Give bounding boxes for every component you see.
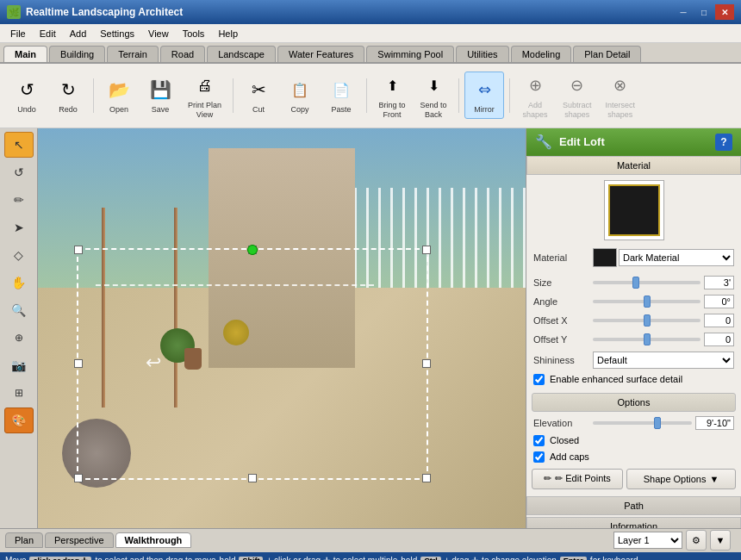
material-tab[interactable]: Material (526, 156, 741, 175)
menu-help[interactable]: Help (211, 27, 245, 40)
intersect-shapes-label: Intersect shapes (606, 101, 636, 120)
undo-tool[interactable]: ↺ (4, 159, 34, 185)
tab-plan-detail[interactable]: Plan Detail (573, 46, 641, 62)
subtract-shapes-button[interactable]: ⊖ Subtract shapes (557, 67, 598, 124)
tab-terrain[interactable]: Terrain (107, 46, 159, 62)
offset-y-row: Offset Y (526, 330, 741, 349)
closed-checkbox[interactable] (533, 435, 545, 446)
offset-x-value[interactable] (704, 314, 734, 327)
angle-value[interactable] (704, 295, 734, 308)
right-panel: 🔧 Edit Loft ? Material Material Dark Mat… (526, 128, 741, 528)
offset-y-value[interactable] (704, 333, 734, 346)
mirror-button[interactable]: ⇔ Mirror (464, 72, 504, 119)
panel-header: 🔧 Edit Loft ? (526, 128, 741, 156)
send-back-button[interactable]: ⬇ Send to Back (414, 67, 453, 124)
tab-main[interactable]: Main (3, 46, 47, 62)
elevation-value[interactable] (695, 416, 734, 430)
offset-x-thumb[interactable] (644, 314, 651, 327)
redo-button[interactable]: ↻ Redo (48, 72, 88, 119)
left-sidebar: ↖ ↺ ✏ ➤ ◇ ✋ 🔍 ⊕ 📷 ⊞ 🎨 (0, 128, 38, 528)
undo-icon: ↺ (13, 76, 40, 103)
print-icon: 🖨 (191, 72, 219, 99)
view-tab-perspective[interactable]: Perspective (45, 532, 113, 548)
send-back-icon: ⬇ (420, 72, 447, 99)
tab-swimming-pool[interactable]: Swimming Pool (366, 46, 454, 62)
layer-options-button[interactable]: ⚙ (686, 530, 707, 551)
offset-y-thumb[interactable] (644, 333, 651, 345)
zoom-tool[interactable]: 🔍 (4, 297, 34, 323)
menu-tools[interactable]: Tools (176, 27, 212, 40)
angle-thumb[interactable] (644, 296, 651, 308)
canvas-area[interactable]: ↩ (38, 128, 526, 528)
tab-building[interactable]: Building (49, 46, 105, 62)
hand-tool[interactable]: ✋ (4, 270, 34, 296)
bring-front-button[interactable]: ⬆ Bring to Front (372, 67, 412, 124)
grid-tool[interactable]: ⊞ (4, 380, 34, 406)
menu-edit[interactable]: Edit (33, 27, 63, 40)
enhance-label: Enable enhanced surface detail (550, 374, 682, 384)
patio-table (62, 419, 131, 488)
menu-add[interactable]: Add (63, 27, 94, 40)
subtract-shapes-icon: ⊖ (564, 72, 591, 99)
menu-settings[interactable]: Settings (93, 27, 141, 40)
edit-points-button[interactable]: ✏ ✏ Edit Points (532, 469, 623, 489)
size-value[interactable] (704, 276, 734, 289)
tab-landscape[interactable]: Landscape (207, 46, 276, 62)
status-action: Move (5, 556, 26, 560)
measure-tool[interactable]: ⊕ (4, 325, 34, 351)
select-tool[interactable]: ↖ (4, 132, 34, 158)
shift-key: Shift (239, 557, 263, 560)
shape-tool[interactable]: ◇ (4, 242, 34, 268)
view-tab-plan[interactable]: Plan (5, 532, 43, 548)
enhance-checkbox[interactable] (533, 374, 545, 385)
elevation-label: Elevation (533, 418, 589, 428)
maximize-button[interactable]: □ (694, 4, 713, 20)
options-tab[interactable]: Options (532, 393, 736, 412)
help-button[interactable]: ? (715, 134, 732, 151)
offset-y-slider[interactable] (593, 338, 701, 341)
path-tab[interactable]: Path (526, 496, 741, 515)
material-area (526, 175, 741, 246)
camera-tool[interactable]: 📷 (4, 352, 34, 378)
menu-view[interactable]: View (141, 27, 176, 40)
panel-title: Edit Loft (559, 135, 605, 148)
status-tip5: to select multiple (333, 556, 397, 560)
sep3 (366, 78, 367, 113)
size-thumb[interactable] (632, 277, 639, 289)
material-dropdown[interactable]: Dark Material (619, 249, 734, 266)
elevation-slider[interactable] (593, 421, 692, 425)
shininess-dropdown[interactable]: Default (593, 352, 734, 369)
intersect-shapes-button[interactable]: ⊗ Intersect shapes (600, 67, 642, 124)
size-slider[interactable] (593, 281, 701, 284)
minimize-button[interactable]: ─ (674, 4, 693, 20)
offset-x-slider[interactable] (593, 319, 701, 322)
elevation-thumb[interactable] (654, 417, 661, 429)
shape-options-button[interactable]: Shape Options ▼ (626, 469, 736, 489)
menu-file[interactable]: File (3, 27, 33, 40)
view-tab-walkthrough[interactable]: Walkthrough (115, 532, 192, 548)
copy-button[interactable]: 📋 Copy (280, 72, 320, 119)
tab-utilities[interactable]: Utilities (456, 46, 508, 62)
undo-button[interactable]: ↺ Undo (7, 72, 47, 119)
pointer-tool[interactable]: ➤ (4, 215, 34, 240)
add-shapes-button[interactable]: ⊕ Add shapes (515, 67, 555, 124)
mirror-icon: ⇔ (470, 76, 498, 103)
print-button[interactable]: 🖨 Print Plan View (182, 67, 227, 124)
layer-dropdown[interactable]: Layer 1 (613, 532, 682, 549)
cut-button[interactable]: ✂ Cut (239, 72, 278, 119)
tab-road[interactable]: Road (160, 46, 205, 62)
open-button[interactable]: 📂 Open (99, 72, 139, 119)
tab-modeling[interactable]: Modeling (511, 46, 572, 62)
close-button[interactable]: ✕ (715, 4, 734, 20)
paste-button[interactable]: 📄 Paste (321, 72, 361, 119)
color-tool[interactable]: 🎨 (4, 408, 34, 433)
window-controls: ─ □ ✕ (674, 4, 734, 20)
add-caps-checkbox[interactable] (533, 451, 545, 463)
title-bar: 🌿 Realtime Landscaping Architect ─ □ ✕ (0, 0, 741, 24)
angle-slider[interactable] (593, 300, 701, 303)
save-button[interactable]: 💾 Save (140, 72, 180, 119)
layer-add-button[interactable]: ▼ (710, 530, 731, 551)
tab-water-features[interactable]: Water Features (277, 46, 364, 62)
info-tab[interactable]: Information (526, 517, 741, 528)
pencil-tool[interactable]: ✏ (4, 187, 34, 213)
